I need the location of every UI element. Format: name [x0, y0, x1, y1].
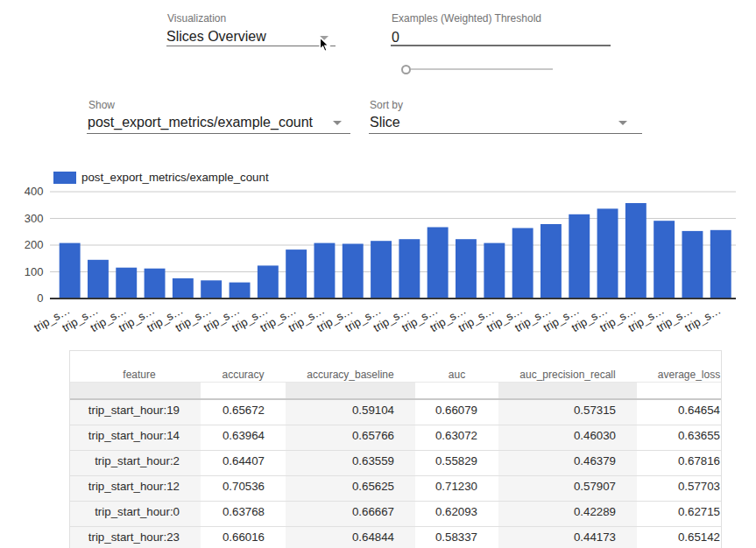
svg-text:200: 200	[25, 238, 44, 251]
svg-text:100: 100	[25, 265, 44, 278]
svg-text:400: 400	[25, 185, 44, 198]
svg-text:0: 0	[37, 292, 43, 305]
svg-text:300: 300	[25, 212, 44, 225]
